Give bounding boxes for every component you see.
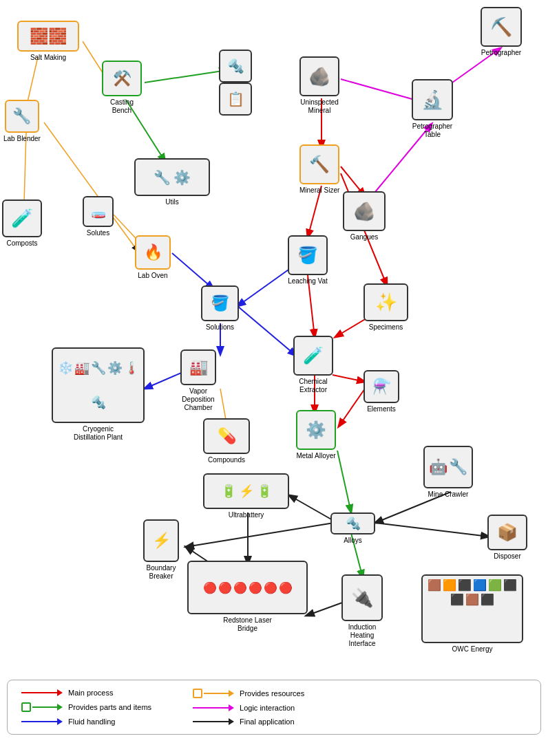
petrographer-node: ⛏️ Petrographer bbox=[481, 7, 522, 57]
leaching-vat-label: Leaching Vat bbox=[288, 277, 328, 285]
chemical-extractor-node: 🧪 ChemicalExtractor bbox=[293, 336, 333, 394]
svg-line-33 bbox=[306, 602, 344, 616]
diagram: 🧱🧱 Salt Making 🔧 Lab Blender 🧪 Composts … bbox=[0, 0, 548, 674]
compounds-label: Compounds bbox=[208, 456, 245, 464]
disposer-label: Disposer bbox=[494, 552, 520, 561]
legend-fluid: Fluid handling bbox=[21, 717, 151, 726]
main-process-label: Main process bbox=[68, 689, 113, 697]
svg-line-1 bbox=[24, 133, 26, 203]
specimens-label: Specimens bbox=[369, 323, 403, 332]
svg-line-7 bbox=[172, 253, 213, 289]
leaching-vat-node: 🪣 Leaching Vat bbox=[288, 235, 328, 285]
casting-bench-node: ⚒️ CastingBench bbox=[102, 61, 142, 115]
vapor-dep-node: 🏭 VaporDepositionChamber bbox=[180, 349, 216, 412]
parts-node2: 📋 bbox=[219, 83, 252, 116]
composts-label: Composts bbox=[6, 239, 37, 248]
solutions-label: Solutions bbox=[206, 323, 234, 332]
fluid-arrow bbox=[21, 718, 63, 725]
solutes-node: 🧫 Solutes bbox=[83, 196, 114, 237]
lab-blender-node: 🔧 Lab Blender bbox=[3, 100, 41, 143]
composts-node: 🧪 Composts bbox=[2, 199, 42, 248]
utils-node: 🔧 ⚙️ Utils bbox=[134, 158, 210, 206]
induction-heating-node: 🔌 InductionHeatingInterface bbox=[341, 574, 383, 648]
svg-line-17 bbox=[333, 375, 365, 382]
legend-final: Final application bbox=[193, 717, 304, 726]
metal-alloyer-label: Metal Alloyer bbox=[296, 452, 335, 460]
resources-label: Provides resources bbox=[240, 689, 304, 698]
legend-logic: Logic interaction bbox=[193, 704, 304, 712]
boundary-breaker-label: BoundaryBreaker bbox=[147, 564, 176, 581]
svg-line-22 bbox=[186, 523, 334, 547]
salt-making-node: 🧱🧱 Salt Making bbox=[17, 21, 79, 62]
svg-line-31 bbox=[145, 371, 185, 389]
ultrabattery-label: Ultrabattery bbox=[229, 511, 264, 519]
mine-crawler-node: 🤖🔧 Mine Crawler bbox=[423, 446, 473, 499]
salt-making-label: Salt Making bbox=[30, 54, 66, 62]
casting-bench-label: CastingBench bbox=[110, 98, 134, 115]
final-arrow bbox=[193, 718, 234, 725]
cryo-node: ❄️🏭🔧 ⚙️🌡️🔩 CryogenicDistillation Plant bbox=[52, 347, 145, 442]
svg-line-20 bbox=[337, 451, 351, 512]
svg-line-19 bbox=[339, 389, 365, 426]
lab-oven-node: 🔥 Lab Oven bbox=[135, 235, 171, 280]
legend-parts-items: Provides parts and items bbox=[21, 702, 151, 712]
mineral-sizer-node: 🔨 Mineral Sizer bbox=[299, 144, 339, 195]
main-process-arrow bbox=[21, 689, 63, 696]
svg-line-9 bbox=[238, 306, 296, 356]
fluid-label: Fluid handling bbox=[68, 717, 116, 726]
legend-resources: Provides resources bbox=[193, 689, 304, 698]
utils-label: Utils bbox=[165, 198, 178, 206]
gangues-label: Gangues bbox=[350, 233, 379, 241]
chemical-extractor-label: ChemicalExtractor bbox=[299, 378, 328, 394]
petrographer-table-node: 🔬 PetrographerTable bbox=[412, 79, 453, 139]
legend-right: Provides resources Logic interaction Fin… bbox=[193, 689, 304, 726]
solutions-node: 🪣 Solutions bbox=[201, 285, 239, 332]
uninspected-mineral-label: UninspectedMineral bbox=[300, 98, 339, 115]
elements-label: Elements bbox=[367, 405, 396, 413]
lab-blender-label: Lab Blender bbox=[3, 135, 41, 143]
owc-energy-node: 🟫🟧⬛ 🟦🟩⬛ ⬛🟫⬛ OWC Energy bbox=[421, 574, 523, 654]
metal-alloyer-node: ⚙️ Metal Alloyer bbox=[296, 410, 336, 460]
legend: Main process Provides parts and items Fl… bbox=[7, 680, 541, 735]
parts-arrow bbox=[21, 702, 63, 712]
svg-line-0 bbox=[28, 57, 38, 102]
redstone-laser-node: 🔴🔴🔴 🔴🔴🔴 Redstone Laser Bridge bbox=[187, 561, 308, 633]
compounds-node: 💊 Compounds bbox=[203, 418, 250, 464]
owc-energy-label: OWC Energy bbox=[452, 645, 493, 654]
logic-label: Logic interaction bbox=[240, 704, 295, 712]
petrographer-table-label: PetrographerTable bbox=[412, 122, 452, 139]
alloys-label: Alloys bbox=[344, 537, 362, 545]
alloys-node: 🔩 Alloys bbox=[330, 512, 375, 545]
solutes-label: Solutes bbox=[87, 229, 109, 237]
resources-arrow bbox=[193, 689, 234, 698]
disposer-node: 📦 Disposer bbox=[487, 515, 527, 561]
svg-line-32 bbox=[220, 389, 226, 420]
mineral-sizer-label: Mineral Sizer bbox=[299, 186, 339, 195]
uninspected-mineral-node: 🪨 UninspectedMineral bbox=[299, 56, 339, 115]
redstone-laser-label: Redstone Laser Bridge bbox=[217, 616, 279, 633]
logic-arrow bbox=[193, 704, 234, 711]
final-label: Final application bbox=[240, 717, 295, 726]
specimens-node: ✨ Specimens bbox=[363, 283, 408, 332]
ultrabattery-node: 🔋⚡🔋 Ultrabattery bbox=[203, 473, 289, 519]
lab-oven-label: Lab Oven bbox=[138, 272, 167, 280]
cryo-label: CryogenicDistillation Plant bbox=[74, 425, 123, 442]
gangues-node: 🪨 Gangues bbox=[343, 191, 386, 241]
boundary-breaker-node: ⚡ BoundaryBreaker bbox=[143, 519, 179, 581]
legend-left: Main process Provides parts and items Fl… bbox=[21, 689, 151, 726]
vapor-dep-label: VaporDepositionChamber bbox=[182, 387, 214, 412]
svg-line-23 bbox=[375, 523, 489, 537]
legend-main-process: Main process bbox=[21, 689, 151, 697]
induction-heating-label: InductionHeatingInterface bbox=[348, 623, 377, 648]
parts-items-label: Provides parts and items bbox=[68, 703, 151, 711]
svg-line-2 bbox=[145, 70, 227, 83]
petrographer-label: Petrographer bbox=[481, 49, 521, 57]
mine-crawler-label: Mine Crawler bbox=[428, 490, 469, 499]
elements-node: ⚗️ Elements bbox=[363, 370, 399, 413]
